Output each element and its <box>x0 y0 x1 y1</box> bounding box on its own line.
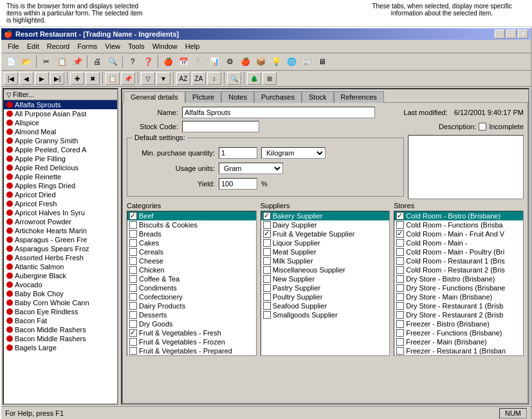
menu-tools[interactable]: Tools <box>124 41 149 51</box>
check-item[interactable]: Confectionery <box>127 292 256 301</box>
check-item[interactable]: Fruit & Vegetable Supplier <box>261 229 390 238</box>
checkbox[interactable] <box>396 275 404 283</box>
checkbox[interactable] <box>263 275 271 283</box>
nav-sort-opt[interactable]: ↕ <box>207 72 221 85</box>
tool8-button[interactable]: 💡 <box>269 55 283 69</box>
ingredient-item[interactable]: Avocado <box>4 280 117 289</box>
cut-button[interactable]: ✂ <box>39 55 53 69</box>
check-item[interactable]: Biscuits & Cookies <box>127 220 256 229</box>
name-input[interactable] <box>182 107 375 118</box>
open-button[interactable]: 📂 <box>19 55 33 69</box>
checkbox[interactable] <box>396 329 404 337</box>
nav-delete[interactable]: ✖ <box>86 72 100 85</box>
tool7-button[interactable]: 📦 <box>253 55 268 69</box>
ingredient-item[interactable]: Assorted Herbs Fresh <box>4 253 117 262</box>
check-item[interactable]: Freezer - Main (Brisbane) <box>394 337 523 346</box>
nav-sort-az[interactable]: AZ <box>176 72 190 85</box>
nav-first[interactable]: |◀ <box>4 72 18 85</box>
checkbox[interactable] <box>129 221 137 229</box>
check-item[interactable]: Freezer - Functions (Brisbane) <box>394 328 523 337</box>
check-item[interactable]: Smallgoods Supplier <box>261 310 390 319</box>
help2-button[interactable]: ❓ <box>141 55 155 69</box>
tab-general-details[interactable]: General details <box>124 91 185 103</box>
paste-button[interactable]: 📌 <box>70 55 84 69</box>
nav-tree[interactable]: 🌲 <box>247 72 261 85</box>
categories-list[interactable]: BeefBiscuits & CookiesBreadsCakesCereals… <box>127 211 257 356</box>
nav-add[interactable]: ✚ <box>70 72 84 85</box>
tool5-button[interactable]: ⚙ <box>223 55 237 69</box>
check-item[interactable]: Cold Room - Bistro (Brisbane) <box>394 211 523 220</box>
ingredient-item[interactable]: Bagels Large <box>4 343 117 352</box>
ingredient-item[interactable]: Bacon Eye Rindless <box>4 307 117 316</box>
tool6-button[interactable]: 🍎 <box>238 55 252 69</box>
tool1-button[interactable]: 🍎 <box>161 55 175 69</box>
checkbox[interactable] <box>396 311 404 319</box>
menu-window[interactable]: Window <box>149 41 181 51</box>
checkbox[interactable] <box>129 311 137 319</box>
tab-picture[interactable]: Picture <box>185 91 221 103</box>
checkbox[interactable] <box>396 239 404 247</box>
stores-list[interactable]: Cold Room - Bistro (Brisbane)Cold Room -… <box>394 211 524 356</box>
check-item[interactable]: Dairy Supplier <box>261 220 390 229</box>
check-item[interactable]: Condiments <box>127 283 256 292</box>
checkbox[interactable] <box>263 221 271 229</box>
check-item[interactable]: Liquor Supplier <box>261 238 390 247</box>
check-item[interactable]: Seafood Supplier <box>261 301 390 310</box>
checkbox[interactable] <box>129 257 137 265</box>
check-item[interactable]: Cold Room - Main - Poultry (Bri <box>394 247 523 256</box>
checkbox[interactable] <box>396 320 404 328</box>
tab-references[interactable]: References <box>334 91 384 103</box>
check-item[interactable]: Pastry Supplier <box>261 283 390 292</box>
min-purchase-input[interactable] <box>219 147 257 159</box>
maximize-button[interactable]: □ <box>506 30 517 39</box>
ingredient-item[interactable]: Apple Pie Filling <box>4 154 117 163</box>
ingredient-item[interactable]: Apple Red Delicious <box>4 163 117 172</box>
checkbox[interactable] <box>396 338 404 346</box>
checkbox[interactable] <box>396 221 404 229</box>
check-item[interactable]: Fruit & Vegetables - Frozen <box>127 337 256 346</box>
ingredient-item[interactable]: Apples Rings Dried <box>4 181 117 190</box>
ingredient-item[interactable]: Apricot Fresh <box>4 199 117 208</box>
tool9-button[interactable]: 🌐 <box>284 55 298 69</box>
checkbox[interactable] <box>263 239 271 247</box>
checkbox[interactable] <box>396 266 404 274</box>
new-button[interactable]: 📄 <box>4 55 18 69</box>
tool11-button[interactable]: 🖥 <box>315 55 329 69</box>
check-item[interactable]: Dry Store - Main (Brisbane) <box>394 292 523 301</box>
checkbox[interactable] <box>129 275 137 283</box>
check-item[interactable]: Cold Room - Main - <box>394 238 523 247</box>
nav-sort-za[interactable]: ZA <box>192 72 206 85</box>
ingredient-item[interactable]: Aubergine Black <box>4 271 117 280</box>
nav-prev[interactable]: ◀ <box>19 72 33 85</box>
help-button[interactable]: ? <box>125 55 140 69</box>
tab-purchases[interactable]: Purchases <box>254 91 302 103</box>
checkbox[interactable] <box>129 248 137 256</box>
checkbox[interactable] <box>263 284 271 292</box>
suppliers-list[interactable]: Bakery SupplierDairy SupplierFruit & Veg… <box>261 211 390 356</box>
check-item[interactable]: Cold Room - Functions (Brisba <box>394 220 523 229</box>
ingredient-item[interactable]: Artichoke Hearts Marin <box>4 226 117 235</box>
checkbox[interactable] <box>129 302 137 310</box>
ingredient-item[interactable]: Apple Reinette <box>4 172 117 181</box>
checkbox[interactable] <box>263 257 271 265</box>
checkbox[interactable] <box>396 302 404 310</box>
check-item[interactable]: Freezer - Bistro (Brisbane) <box>394 319 523 328</box>
tab-notes[interactable]: Notes <box>221 91 254 103</box>
check-item[interactable]: Dairy Products <box>127 301 256 310</box>
check-item[interactable]: Milk Supplier <box>261 256 390 265</box>
copy-button[interactable]: 📋 <box>55 55 69 69</box>
nav-last[interactable]: ▶| <box>50 72 64 85</box>
ingredient-item[interactable]: All Purpose Asian Past <box>4 109 117 118</box>
check-item[interactable]: New Supplier <box>261 274 390 283</box>
check-item[interactable]: Meat Supplier <box>261 247 390 256</box>
check-item[interactable]: Dry Store - Bistro (Brisbane) <box>394 274 523 283</box>
check-item[interactable]: Cold Room - Restaurant 1 (Bris <box>394 256 523 265</box>
checkbox[interactable] <box>129 266 137 274</box>
nav-filter2[interactable]: ▼ <box>156 72 170 85</box>
checkbox[interactable] <box>129 329 137 337</box>
checkbox[interactable] <box>129 320 137 328</box>
nav-expand[interactable]: ⊞ <box>262 72 277 85</box>
checkbox[interactable] <box>129 347 137 355</box>
check-item[interactable]: Desserts <box>127 310 256 319</box>
checkbox[interactable] <box>263 230 271 238</box>
